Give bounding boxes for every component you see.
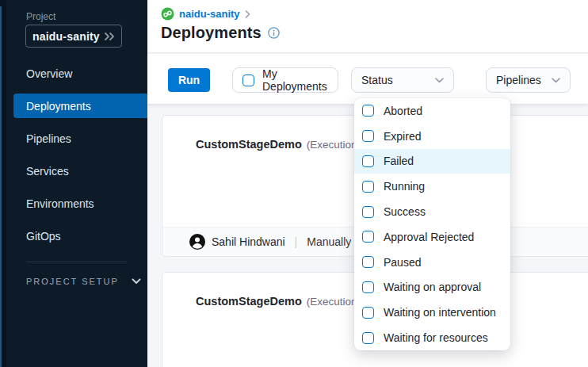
toolbar: Run My Deployments Status Pipelines bbox=[147, 54, 588, 104]
status-option-label: Running bbox=[384, 180, 425, 193]
status-checkbox[interactable] bbox=[362, 181, 374, 193]
my-deployments-checkbox[interactable] bbox=[242, 75, 254, 86]
status-option-waiting-for-resources[interactable]: Waiting for resources bbox=[354, 325, 510, 350]
title-row: Deployments bbox=[161, 24, 280, 42]
status-option-waiting-on-intervention[interactable]: Waiting on intervention bbox=[354, 300, 510, 325]
project-selector[interactable]: naidu-sanity bbox=[25, 25, 122, 48]
sidebar-nav: Overview Deployments Pipelines Services … bbox=[0, 61, 147, 256]
status-option-success[interactable]: Success bbox=[354, 199, 510, 224]
sidebar-item-environments[interactable]: Environments bbox=[0, 191, 147, 216]
status-option-label: Approval Rejected bbox=[384, 231, 474, 243]
deployments-page: Project naidu-sanity Overview Deployment… bbox=[0, 0, 588, 367]
status-option-label: Waiting for resources bbox=[384, 331, 488, 344]
status-filter-label: Status bbox=[361, 74, 393, 86]
sidebar-item-label: Deployments bbox=[26, 100, 91, 113]
triggered-by-user: Sahil Hindwani bbox=[212, 235, 285, 248]
sidebar-item-label: GitOps bbox=[26, 230, 61, 243]
status-option-running[interactable]: Running bbox=[354, 174, 510, 199]
status-filter-menu: Aborted Expired Failed Running Success A… bbox=[354, 98, 510, 350]
my-deployments-label: My Deployments bbox=[262, 67, 328, 93]
status-option-label: Aborted bbox=[384, 105, 422, 117]
status-option-label: Failed bbox=[384, 155, 414, 167]
status-checkbox[interactable] bbox=[362, 231, 374, 243]
sidebar-item-overview[interactable]: Overview bbox=[0, 61, 147, 86]
sidebar-item-deployments[interactable]: Deployments bbox=[13, 94, 147, 118]
status-option-label: Success bbox=[384, 205, 426, 218]
sidebar-item-label: Services bbox=[26, 165, 69, 178]
status-option-expired[interactable]: Expired bbox=[354, 124, 510, 149]
project-setup-label: PROJECT SETUP bbox=[26, 277, 119, 286]
project-label: Project bbox=[26, 11, 55, 22]
status-checkbox[interactable] bbox=[362, 256, 374, 268]
status-option-failed[interactable]: Failed bbox=[354, 149, 510, 174]
status-checkbox[interactable] bbox=[362, 281, 374, 293]
chevron-down-icon bbox=[435, 78, 444, 83]
info-icon[interactable] bbox=[268, 27, 280, 39]
sidebar-item-label: Environments bbox=[26, 197, 94, 210]
chevron-down-icon bbox=[132, 278, 141, 285]
pipelines-filter-select[interactable]: Pipelines bbox=[486, 67, 571, 93]
status-filter-select[interactable]: Status bbox=[351, 67, 454, 93]
double-chevron-right-icon bbox=[104, 32, 115, 41]
user-avatar-icon bbox=[189, 234, 205, 250]
breadcrumb-project-link[interactable]: naidu-sanity bbox=[179, 8, 240, 20]
page-title: Deployments bbox=[161, 24, 262, 42]
status-checkbox[interactable] bbox=[362, 307, 374, 319]
sidebar-item-pipelines[interactable]: Pipelines bbox=[0, 126, 147, 151]
cd-module-icon bbox=[161, 7, 174, 21]
project-setup-toggle[interactable]: PROJECT SETUP bbox=[26, 277, 141, 286]
footer-separator: | bbox=[292, 235, 301, 248]
chevron-down-icon bbox=[552, 78, 560, 83]
status-checkbox[interactable] bbox=[362, 206, 374, 218]
pipeline-name: CustomStageDemo bbox=[196, 295, 302, 308]
status-option-aborted[interactable]: Aborted bbox=[354, 98, 510, 124]
status-option-waiting-on-approval[interactable]: Waiting on approval bbox=[354, 275, 510, 300]
status-option-approval-rejected[interactable]: Approval Rejected bbox=[354, 224, 510, 250]
status-option-label: Waiting on approval bbox=[384, 281, 481, 293]
my-deployments-toggle[interactable]: My Deployments bbox=[232, 67, 338, 93]
pipeline-name: CustomStageDemo bbox=[196, 138, 302, 151]
status-checkbox[interactable] bbox=[362, 332, 374, 344]
sidebar-item-services[interactable]: Services bbox=[0, 159, 147, 183]
sidebar-item-gitops[interactable]: GitOps bbox=[0, 224, 147, 248]
status-option-paused[interactable]: Paused bbox=[354, 250, 510, 275]
project-name: naidu-sanity bbox=[32, 30, 104, 43]
status-option-label: Paused bbox=[384, 256, 421, 269]
pipelines-filter-label: Pipelines bbox=[496, 74, 541, 86]
sidebar-item-label: Overview bbox=[26, 67, 72, 80]
chevron-right-icon bbox=[245, 10, 251, 18]
sidebar-item-label: Pipelines bbox=[26, 132, 71, 145]
status-checkbox[interactable] bbox=[362, 155, 374, 167]
breadcrumb: naidu-sanity bbox=[161, 7, 251, 21]
run-button[interactable]: Run bbox=[168, 68, 210, 92]
trigger-type: Manually bbox=[307, 235, 351, 248]
status-checkbox[interactable] bbox=[362, 130, 374, 142]
sidebar-divider bbox=[26, 262, 127, 262]
page-header: naidu-sanity Deployments bbox=[147, 0, 588, 53]
status-option-label: Expired bbox=[384, 130, 421, 143]
project-sidebar: Project naidu-sanity Overview Deployment… bbox=[0, 0, 147, 367]
status-checkbox[interactable] bbox=[362, 105, 374, 117]
status-option-label: Waiting on intervention bbox=[384, 306, 496, 319]
